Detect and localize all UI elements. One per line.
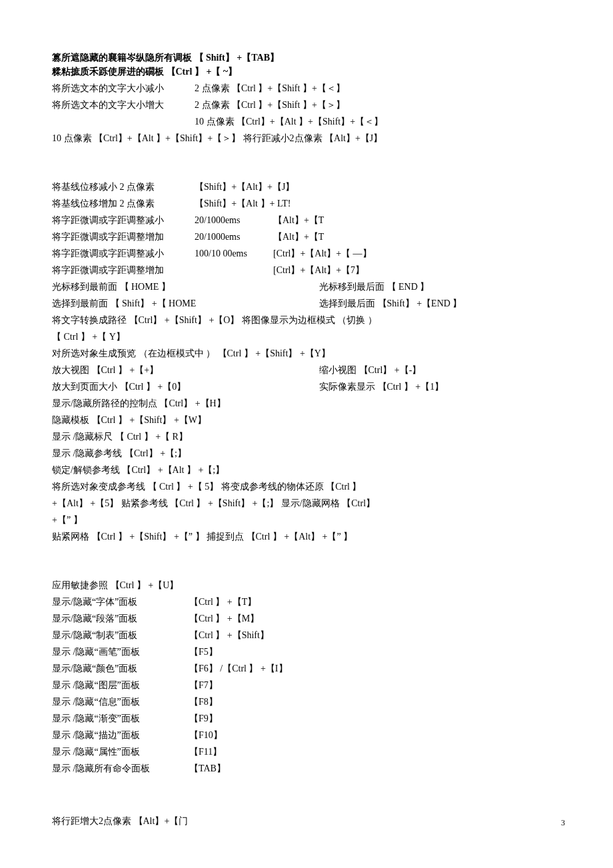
label: 将字距微调或字距调整增加 <box>52 263 183 277</box>
label: 显示/隐藏“段落”面板 <box>52 612 177 626</box>
shortcut: 【F6】 /【Ctrl 】 +【I】 <box>189 661 288 675</box>
text: 10 点像素 【Ctrl】+【Alt 】+【Shift】+【＞】 将行距减小2点… <box>52 131 382 145</box>
baseline-inc-row: 将基线位移增加 2 点像素 【Shift】+【Alt 】+ LT! <box>52 197 565 211</box>
panel-all-row: 显示 /隐藏所有命令面板 【TAB】 <box>52 761 565 775</box>
shortcut: 【F7】 <box>189 678 218 692</box>
kern-dec-20-row: 将字距微调或字距调整减小 20/1000ems 【Alt】+【T <box>52 213 565 227</box>
text-enlarge-row: 将所选文本的文字大小增大 2 点像素 【Ctrl 】+【Shift 】+【＞】 <box>52 98 565 112</box>
shortcut: 【Ctrl 】 +【Shift】 <box>189 628 269 642</box>
cursor-end: 光标移到最后面 【 END 】 <box>319 280 565 294</box>
rulers-row: 显示 /隐藏标尺 【 Ctrl 】 +【 R】 <box>52 430 565 444</box>
kern-dec-100-row: 将字距微调或字距调整减小 100/10 00ems [Ctrl】+【Alt】+【… <box>52 246 565 260</box>
guides-row: 显示 /隐藏参考线 【Ctrl】 +【;】 <box>52 446 565 460</box>
cursor-home-end-row: 光标移到最前面 【 HOME 】 光标移到最后面 【 END 】 <box>52 280 565 294</box>
label: 将基线位移减小 2 点像素 <box>52 180 183 194</box>
anchor-row: 显示/隐藏所路径的控制点 【Ctrl】 +【H】 <box>52 396 565 410</box>
shortcut: 【Ctrl 】 +【M】 <box>189 612 259 626</box>
label: 将字距微调或字距调整增加 <box>52 230 183 244</box>
amount: 20/1000ems <box>195 230 261 244</box>
shortcut: 【F5】 <box>189 645 218 659</box>
shortcut: 【Shift】+【Alt】+【J】 <box>195 180 565 194</box>
label: 显示 /隐藏“画笔”面板 <box>52 645 177 659</box>
label: 显示/隐藏“颜色”面板 <box>52 661 177 675</box>
shortcut: 【F11】 <box>189 745 222 759</box>
select-home-end-row: 选择到最前面 【 Shift】 +【 HOME 选择到最后面 【Shift】 +… <box>52 296 565 310</box>
grid-row: +【” 】 <box>52 513 565 527</box>
panel-layer-row: 显示 /隐藏“图层”面板 【F7】 <box>52 678 565 692</box>
label: 显示 /隐藏“渐变”面板 <box>52 711 177 725</box>
shortcut: 【Alt】+【T <box>273 213 565 227</box>
shortcut: 2 点像素 【Ctrl 】+【Shift 】+【＞】 <box>195 98 565 112</box>
zoom-out: 缩小视图 【Ctrl】 +【-】 <box>319 363 565 377</box>
hide-template-row: 隐藏模板 【Ctrl 】 +【Shift】 +【W】 <box>52 413 565 427</box>
cursor-home: 光标移到最前面 【 HOME 】 <box>52 280 298 294</box>
panel-gradient-row: 显示 /隐藏“渐变”面板 【F9】 <box>52 711 565 725</box>
smart-guides-row: 应用敏捷参照 【Ctrl 】 +【U】 <box>52 578 565 592</box>
fit-row: 放大到页面大小 【Ctrl 】 +【0】 实际像素显示 【Ctrl 】 +【1】 <box>52 380 565 394</box>
panel-attributes-row: 显示 /隐藏“属性”面板 【F11】 <box>52 745 565 759</box>
shortcut: 10 点像素 【Ctrl】+【Alt 】+【Shift】+【＜】 <box>195 115 565 129</box>
lock-guides-row: 锁定/解锁参考线 【Ctrl】 +【Alt 】 +【;】 <box>52 463 565 477</box>
label: 将所选文本的文字大小减小 <box>52 81 183 95</box>
label: 将字距微调或字距调整减小 <box>52 246 183 260</box>
page-number: 3 <box>561 817 565 829</box>
shortcut: 【F8】 <box>189 695 218 709</box>
shortcut: 【Shift】+【Alt 】+ LT! <box>195 197 565 211</box>
label: 显示/隐藏“字体”面板 <box>52 595 177 609</box>
actual-pixels: 实际像素显示 【Ctrl 】 +【1】 <box>319 380 565 394</box>
shortcut: 【Alt】+【T <box>273 230 565 244</box>
baseline-dec-row: 将基线位移减小 2 点像素 【Shift】+【Alt】+【J】 <box>52 180 565 194</box>
shortcut: 【Ctrl 】 +【T】 <box>189 595 257 609</box>
label: 显示 /隐藏“信息”面板 <box>52 695 177 709</box>
label: 显示 /隐藏所有命令面板 <box>52 761 177 775</box>
zoom-row: 放大视图 【Ctrl 】 +【+】 缩小视图 【Ctrl】 +【-】 <box>52 363 565 377</box>
kern-inc-20-row: 将字距微调或字距调整增加 20/1000ems 【Alt】+【T <box>52 230 565 244</box>
shortcut: [Ctrl】+【Alt】+【7】 <box>273 263 565 277</box>
amount: 100/10 00ems <box>195 246 261 260</box>
document-page: 篡所遮隐藏的襄籍岑纵隐所有调板 【 Shift】 +【TAB】 糅粘摭质禾跞使屏… <box>0 0 613 868</box>
select-home: 选择到最前面 【 Shift】 +【 HOME <box>52 296 298 310</box>
amount: 20/1000ems <box>195 213 261 227</box>
text-leading-row: 10 点像素 【Ctrl】+【Alt 】+【Shift】+【＞】 将行距减小2点… <box>52 131 565 145</box>
panel-info-row: 显示 /隐藏“信息”面板 【F8】 <box>52 695 565 709</box>
leading-increase-row: 将行距增大2点像素 【Alt】+【门 <box>52 814 565 828</box>
label: 将字距微调或字距调整减小 <box>52 213 183 227</box>
panel-stroke-row: 显示 /隐藏“描边”面板 【F10】 <box>52 728 565 742</box>
panel-paragraph-row: 显示/隐藏“段落”面板 【Ctrl 】 +【M】 <box>52 612 565 626</box>
kern-inc-100-row: 将字距微调或字距调整增加 [Ctrl】+【Alt】+【7】 <box>52 263 565 277</box>
select-end: 选择到最后面 【Shift】 +【END 】 <box>319 296 565 310</box>
make-guide-row: 将所选对象变成参考线 【 Ctrl 】 +【 5】 将变成参考线的物体还原 【C… <box>52 480 565 494</box>
text-shrink-row: 将所选文本的文字大小减小 2 点像素 【Ctrl 】+【Shift 】+【＜】 <box>52 81 565 95</box>
outline-row: 将文字转换成路径 【Ctrl】 +【Shift】 +【O】 将图像显示为边框模式… <box>52 313 565 327</box>
panel-color-row: 显示/隐藏“颜色”面板 【F6】 /【Ctrl 】 +【I】 <box>52 661 565 675</box>
shortcut: 2 点像素 【Ctrl 】+【Shift 】+【＜】 <box>195 81 565 95</box>
label: 显示 /隐藏“图层”面板 <box>52 678 177 692</box>
shortcut: [Ctrl】+【Alt】+【 ―】 <box>273 246 565 260</box>
snap-guides-row: +【Alt】 +【5】 贴紧参考线 【Ctrl 】 +【Shift】 +【;】 … <box>52 496 565 510</box>
shortcut: 【F10】 <box>189 728 223 742</box>
snap-grid-row: 贴紧网格 【Ctrl 】 +【Shift】 +【” 】 捕捉到点 【Ctrl 】… <box>52 530 565 544</box>
label: 将所选文本的文字大小增大 <box>52 98 183 112</box>
panel-tab-row: 显示/隐藏“制表”面板 【Ctrl 】 +【Shift】 <box>52 628 565 642</box>
shortcut: 【F9】 <box>189 711 218 725</box>
header-line-1: 篡所遮隐藏的襄籍岑纵隐所有调板 【 Shift】 +【TAB】 <box>52 51 565 65</box>
shortcut: 【TAB】 <box>189 761 226 775</box>
label: 显示 /隐藏“属性”面板 <box>52 745 177 759</box>
header-line-2: 糅粘摭质禾跞使屏进的礀板 【Ctrl 】 +【 ~】 <box>52 65 565 79</box>
label: 显示/隐藏“制表”面板 <box>52 628 177 642</box>
panel-font-row: 显示/隐藏“字体”面板 【Ctrl 】 +【T】 <box>52 595 565 609</box>
text-10pt-row: 10 点像素 【Ctrl】+【Alt 】+【Shift】+【＜】 <box>52 115 565 129</box>
zoom-in: 放大视图 【Ctrl 】 +【+】 <box>52 363 298 377</box>
label: 将基线位移增加 2 点像素 <box>52 197 183 211</box>
panel-brush-row: 显示 /隐藏“画笔”面板 【F5】 <box>52 645 565 659</box>
preview-row: 对所选对象生成预览 （在边框模式中 ） 【Ctrl 】 +【Shift】 +【Y… <box>52 346 565 360</box>
outline-row-2: 【 Ctrl 】 +【 Y】 <box>52 330 565 344</box>
label: 显示 /隐藏“描边”面板 <box>52 728 177 742</box>
fit-page: 放大到页面大小 【Ctrl 】 +【0】 <box>52 380 298 394</box>
